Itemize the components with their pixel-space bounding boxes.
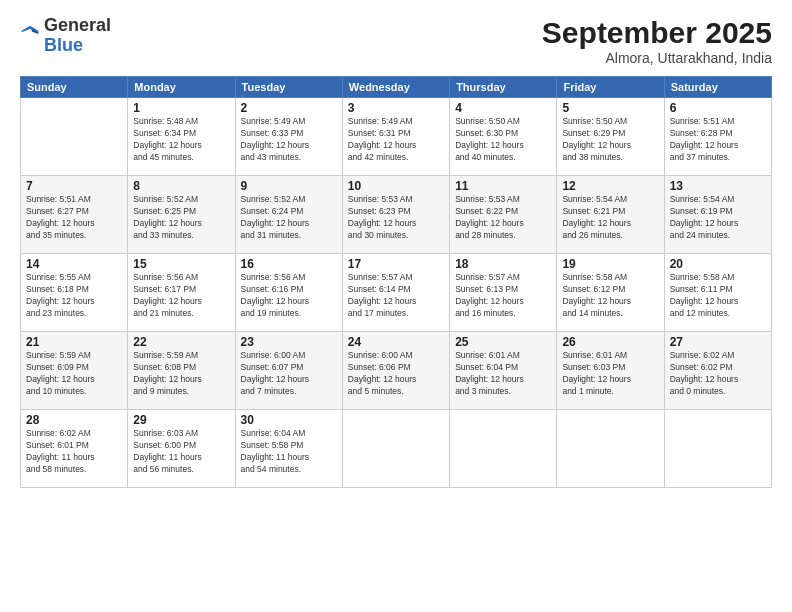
calendar-cell [342,410,449,488]
day-info: Sunrise: 5:49 AMSunset: 6:31 PMDaylight:… [348,116,444,164]
day-number: 3 [348,101,444,115]
day-number: 12 [562,179,658,193]
day-info: Sunrise: 6:01 AMSunset: 6:03 PMDaylight:… [562,350,658,398]
day-info: Sunrise: 6:04 AMSunset: 5:58 PMDaylight:… [241,428,337,476]
calendar-cell: 25Sunrise: 6:01 AMSunset: 6:04 PMDayligh… [450,332,557,410]
logo-general-text: General [44,15,111,35]
day-info: Sunrise: 6:02 AMSunset: 6:01 PMDaylight:… [26,428,122,476]
day-number: 1 [133,101,229,115]
day-info: Sunrise: 5:52 AMSunset: 6:25 PMDaylight:… [133,194,229,242]
day-info: Sunrise: 5:59 AMSunset: 6:09 PMDaylight:… [26,350,122,398]
day-number: 16 [241,257,337,271]
month-title: September 2025 [542,16,772,50]
day-number: 6 [670,101,766,115]
calendar-cell: 16Sunrise: 5:56 AMSunset: 6:16 PMDayligh… [235,254,342,332]
calendar-cell: 9Sunrise: 5:52 AMSunset: 6:24 PMDaylight… [235,176,342,254]
calendar-cell: 5Sunrise: 5:50 AMSunset: 6:29 PMDaylight… [557,98,664,176]
calendar-cell: 14Sunrise: 5:55 AMSunset: 6:18 PMDayligh… [21,254,128,332]
calendar-cell: 21Sunrise: 5:59 AMSunset: 6:09 PMDayligh… [21,332,128,410]
day-number: 24 [348,335,444,349]
day-info: Sunrise: 5:58 AMSunset: 6:12 PMDaylight:… [562,272,658,320]
logo-icon [20,24,40,44]
day-info: Sunrise: 5:51 AMSunset: 6:28 PMDaylight:… [670,116,766,164]
day-number: 8 [133,179,229,193]
calendar-cell: 6Sunrise: 5:51 AMSunset: 6:28 PMDaylight… [664,98,771,176]
day-info: Sunrise: 5:55 AMSunset: 6:18 PMDaylight:… [26,272,122,320]
day-number: 5 [562,101,658,115]
day-info: Sunrise: 6:00 AMSunset: 6:06 PMDaylight:… [348,350,444,398]
day-number: 25 [455,335,551,349]
calendar-cell: 4Sunrise: 5:50 AMSunset: 6:30 PMDaylight… [450,98,557,176]
day-info: Sunrise: 5:48 AMSunset: 6:34 PMDaylight:… [133,116,229,164]
calendar-cell: 23Sunrise: 6:00 AMSunset: 6:07 PMDayligh… [235,332,342,410]
calendar-cell: 3Sunrise: 5:49 AMSunset: 6:31 PMDaylight… [342,98,449,176]
col-friday: Friday [557,77,664,98]
day-info: Sunrise: 6:01 AMSunset: 6:04 PMDaylight:… [455,350,551,398]
calendar-cell: 27Sunrise: 6:02 AMSunset: 6:02 PMDayligh… [664,332,771,410]
day-info: Sunrise: 6:03 AMSunset: 6:00 PMDaylight:… [133,428,229,476]
day-number: 28 [26,413,122,427]
day-info: Sunrise: 5:56 AMSunset: 6:17 PMDaylight:… [133,272,229,320]
calendar-week-3: 14Sunrise: 5:55 AMSunset: 6:18 PMDayligh… [21,254,772,332]
day-number: 9 [241,179,337,193]
day-info: Sunrise: 5:54 AMSunset: 6:19 PMDaylight:… [670,194,766,242]
day-info: Sunrise: 5:53 AMSunset: 6:22 PMDaylight:… [455,194,551,242]
day-info: Sunrise: 5:50 AMSunset: 6:29 PMDaylight:… [562,116,658,164]
day-number: 30 [241,413,337,427]
calendar-cell [450,410,557,488]
calendar-cell: 2Sunrise: 5:49 AMSunset: 6:33 PMDaylight… [235,98,342,176]
title-block: September 2025 Almora, Uttarakhand, Indi… [542,16,772,66]
calendar-cell: 10Sunrise: 5:53 AMSunset: 6:23 PMDayligh… [342,176,449,254]
calendar-cell [664,410,771,488]
calendar-cell: 19Sunrise: 5:58 AMSunset: 6:12 PMDayligh… [557,254,664,332]
day-number: 17 [348,257,444,271]
day-number: 21 [26,335,122,349]
calendar-cell: 12Sunrise: 5:54 AMSunset: 6:21 PMDayligh… [557,176,664,254]
col-saturday: Saturday [664,77,771,98]
calendar-header-row: Sunday Monday Tuesday Wednesday Thursday… [21,77,772,98]
calendar-cell: 28Sunrise: 6:02 AMSunset: 6:01 PMDayligh… [21,410,128,488]
day-number: 22 [133,335,229,349]
day-number: 11 [455,179,551,193]
day-number: 19 [562,257,658,271]
location: Almora, Uttarakhand, India [542,50,772,66]
day-info: Sunrise: 5:49 AMSunset: 6:33 PMDaylight:… [241,116,337,164]
day-info: Sunrise: 5:53 AMSunset: 6:23 PMDaylight:… [348,194,444,242]
calendar-week-2: 7Sunrise: 5:51 AMSunset: 6:27 PMDaylight… [21,176,772,254]
calendar-cell [557,410,664,488]
day-number: 7 [26,179,122,193]
calendar-cell: 7Sunrise: 5:51 AMSunset: 6:27 PMDaylight… [21,176,128,254]
day-number: 29 [133,413,229,427]
calendar-cell: 22Sunrise: 5:59 AMSunset: 6:08 PMDayligh… [128,332,235,410]
col-monday: Monday [128,77,235,98]
calendar-week-5: 28Sunrise: 6:02 AMSunset: 6:01 PMDayligh… [21,410,772,488]
calendar-cell: 26Sunrise: 6:01 AMSunset: 6:03 PMDayligh… [557,332,664,410]
logo: General Blue [20,16,111,56]
calendar-cell: 15Sunrise: 5:56 AMSunset: 6:17 PMDayligh… [128,254,235,332]
day-info: Sunrise: 5:54 AMSunset: 6:21 PMDaylight:… [562,194,658,242]
col-wednesday: Wednesday [342,77,449,98]
day-info: Sunrise: 5:57 AMSunset: 6:13 PMDaylight:… [455,272,551,320]
calendar-cell: 29Sunrise: 6:03 AMSunset: 6:00 PMDayligh… [128,410,235,488]
calendar-cell: 24Sunrise: 6:00 AMSunset: 6:06 PMDayligh… [342,332,449,410]
calendar-week-4: 21Sunrise: 5:59 AMSunset: 6:09 PMDayligh… [21,332,772,410]
calendar-cell: 30Sunrise: 6:04 AMSunset: 5:58 PMDayligh… [235,410,342,488]
calendar-cell: 18Sunrise: 5:57 AMSunset: 6:13 PMDayligh… [450,254,557,332]
day-number: 13 [670,179,766,193]
calendar-cell: 13Sunrise: 5:54 AMSunset: 6:19 PMDayligh… [664,176,771,254]
calendar-cell: 1Sunrise: 5:48 AMSunset: 6:34 PMDaylight… [128,98,235,176]
day-number: 20 [670,257,766,271]
col-sunday: Sunday [21,77,128,98]
day-info: Sunrise: 6:02 AMSunset: 6:02 PMDaylight:… [670,350,766,398]
col-tuesday: Tuesday [235,77,342,98]
col-thursday: Thursday [450,77,557,98]
day-info: Sunrise: 5:50 AMSunset: 6:30 PMDaylight:… [455,116,551,164]
calendar-cell: 17Sunrise: 5:57 AMSunset: 6:14 PMDayligh… [342,254,449,332]
day-number: 4 [455,101,551,115]
header: General Blue September 2025 Almora, Utta… [20,16,772,66]
logo-blue-text: Blue [44,35,83,55]
day-number: 26 [562,335,658,349]
day-number: 15 [133,257,229,271]
calendar-cell [21,98,128,176]
calendar-table: Sunday Monday Tuesday Wednesday Thursday… [20,76,772,488]
